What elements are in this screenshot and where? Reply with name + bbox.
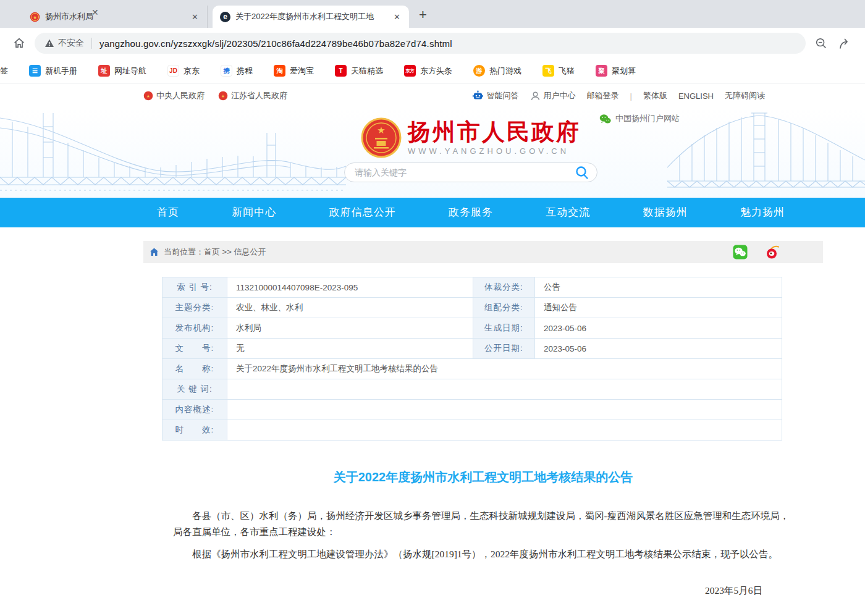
browser-tab-strip: ✕ ★ 扬州市水利局 ✕ e 关于2022年度扬州市水利工程文明工地 ✕ + — [0, 0, 865, 28]
table-row: 发布机构: 水利局 生成日期: 2023-05-06 — [162, 318, 782, 339]
site-url: WWW.YANGZHOU.GOV.CN — [408, 146, 581, 156]
bookmark-item[interactable]: 携 携程 — [221, 65, 253, 77]
breadcrumb-text[interactable]: 当前位置：首页 >> 信息公开 — [164, 247, 266, 258]
nav-item-home[interactable]: 首页 — [157, 198, 179, 227]
user-icon — [530, 91, 541, 101]
bookmark-label: 爱淘宝 — [290, 65, 314, 77]
link-central-gov[interactable]: ★ 中央人民政府 — [143, 90, 205, 101]
link-mail-login[interactable]: 邮箱登录 — [587, 90, 619, 101]
table-row: 文 号: 无 公开日期: 2023-05-06 — [162, 339, 782, 359]
table-row: 名 称: 关于2022年度扬州市水利工程文明工地考核结果的公告 — [162, 359, 782, 379]
table-row: 内容概述: — [162, 400, 782, 420]
tab-title: 关于2022年度扬州市水利工程文明工地 — [235, 11, 386, 22]
weibo-share-icon[interactable] — [765, 245, 781, 259]
document-meta-table: 索 引 号: 11321000014407098E-2023-095 体裁分类:… — [162, 277, 782, 441]
new-tab-button[interactable]: + — [419, 6, 427, 24]
bookmark-item[interactable]: JD 京东 — [167, 65, 200, 77]
tab-title: 扬州市水利局 — [45, 11, 184, 22]
search-icon[interactable] — [575, 165, 589, 180]
bookmark-item[interactable]: T 天猫精选 — [335, 65, 383, 77]
nav-item-services[interactable]: 政务服务 — [449, 198, 493, 227]
bookmark-label: 聚划算 — [612, 65, 636, 77]
divider — [91, 38, 92, 49]
robot-icon — [472, 90, 484, 101]
svg-text:★: ★ — [146, 94, 150, 98]
tab-close-icon[interactable]: ✕ — [391, 11, 403, 23]
site-banner: ★ 扬州市人民政府 WWW.YANGZHOU.GOV.CN 中国扬州门户网站 — [0, 108, 865, 198]
site-logo[interactable]: ★ 扬州市人民政府 WWW.YANGZHOU.GOV.CN — [143, 117, 798, 158]
warning-icon — [44, 38, 54, 48]
link-user-center[interactable]: 用户中心 — [530, 90, 576, 101]
tmall-icon: T — [335, 65, 347, 77]
portal-link[interactable]: 中国扬州门户网站 — [599, 113, 680, 124]
zoom-out-icon[interactable] — [814, 36, 828, 50]
bookmark-item[interactable]: 东方 东方头条 — [404, 65, 452, 77]
gov-emblem-icon: ★ — [218, 91, 228, 101]
security-label: 不安全 — [58, 38, 84, 49]
address-bar[interactable]: 不安全 yangzhou.gov.cn/yzszxxgk/slj/202305/… — [35, 33, 806, 54]
table-row: 索 引 号: 11321000014407098E-2023-095 体裁分类:… — [162, 277, 782, 298]
link-english[interactable]: ENGLISH — [678, 91, 714, 101]
meta-label: 组配分类: — [473, 298, 535, 318]
meta-label: 索 引 号: — [162, 277, 227, 298]
link-jiangsu-gov[interactable]: ★ 江苏省人民政府 — [218, 90, 287, 101]
home-icon[interactable] — [12, 36, 26, 50]
link-smart-qa[interactable]: 智能问答 — [472, 90, 519, 101]
bookmark-item[interactable]: ☰ 新机手册 — [29, 65, 77, 77]
bookmark-item[interactable]: 淘 爱淘宝 — [274, 65, 314, 77]
link-label: 用户中心 — [544, 90, 576, 101]
meta-value: 2023-05-06 — [535, 339, 782, 359]
meta-value: 农业、林业、水利 — [227, 298, 473, 318]
tab-close-icon[interactable]: ✕ — [91, 7, 99, 17]
table-row: 主题分类: 农业、林业、水利 组配分类: 通知公告 — [162, 298, 782, 318]
site-search — [344, 162, 597, 182]
gov-emblem-icon: ★ — [143, 91, 153, 101]
doc-e-icon: e — [220, 12, 230, 22]
bookmark-item[interactable]: 聚 聚划算 — [596, 65, 636, 77]
bookmark-item[interactable]: 游 热门游戏 — [473, 65, 521, 77]
bookmark-label: 机书签 — [0, 65, 8, 77]
nav-item-info-disclosure[interactable]: 政府信息公开 — [329, 198, 396, 227]
url-text[interactable]: yangzhou.gov.cn/yzszxxgk/slj/202305/210c… — [99, 38, 452, 49]
meta-value: 无 — [227, 339, 473, 359]
ctrip-dolphin-icon: 携 — [221, 65, 232, 77]
meta-value: 水利局 — [227, 318, 473, 339]
nav-item-data[interactable]: 数据扬州 — [643, 198, 688, 227]
bookmarks-bar: 机书签 ☰ 新机手册 址 网址导航 JD 京东 携 携程 淘 爱淘宝 T 天猫精… — [0, 59, 865, 83]
meta-value — [227, 420, 782, 441]
meta-label: 内容概述: — [162, 400, 227, 420]
meta-label: 时 效: — [162, 420, 227, 441]
browser-tab-water-bureau[interactable]: ★ 扬州市水利局 ✕ — [22, 6, 208, 28]
share-icon[interactable] — [838, 36, 853, 50]
nav-item-news[interactable]: 新闻中心 — [232, 198, 276, 227]
search-input[interactable] — [355, 167, 575, 177]
tab-close-icon[interactable]: ✕ — [189, 11, 201, 23]
bookmark-label: 热门游戏 — [489, 65, 521, 77]
wechat-icon — [599, 114, 611, 124]
bookmark-item[interactable]: 机书签 — [0, 65, 8, 77]
link-label: 江苏省人民政府 — [231, 90, 287, 101]
home-icon[interactable] — [150, 248, 159, 256]
wechat-share-icon[interactable] — [733, 245, 748, 259]
svg-text:★: ★ — [377, 125, 385, 135]
bookmark-label: 天猫精选 — [351, 65, 383, 77]
link-accessibility[interactable]: 无障碍阅读 — [725, 90, 765, 101]
meta-value: 通知公告 — [535, 298, 782, 318]
toutiao-icon: 东方 — [404, 65, 416, 77]
nav-item-charm[interactable]: 魅力扬州 — [740, 198, 785, 227]
meta-label: 公开日期: — [473, 339, 535, 359]
bookmark-item[interactable]: 址 网址导航 — [98, 65, 146, 77]
nav-item-interaction[interactable]: 互动交流 — [546, 198, 590, 227]
site-title: 扬州市人民政府 — [408, 120, 581, 145]
bookmark-item[interactable]: 飞 飞猪 — [542, 65, 575, 77]
article-paragraph: 各县（市、区）水利（务）局，扬州经济开发区城乡事务管理局，生态科技新城规划建设局… — [173, 508, 793, 540]
jd-icon: JD — [167, 65, 179, 77]
browser-tab-announcement[interactable]: e 关于2022年度扬州市水利工程文明工地 ✕ — [213, 6, 409, 28]
bookmark-label: 飞猪 — [559, 65, 575, 77]
page-content: 当前位置：首页 >> 信息公开 索 引 号: 11321000014407098… — [143, 241, 823, 616]
svg-text:★: ★ — [221, 94, 225, 98]
meta-label: 文 号: — [162, 339, 227, 359]
gov-top-strip: ★ 中央人民政府 ★ 江苏省人民政府 — [0, 83, 865, 108]
link-traditional-chinese[interactable]: 繁体版 — [643, 90, 667, 101]
table-row: 时 效: — [162, 420, 782, 441]
